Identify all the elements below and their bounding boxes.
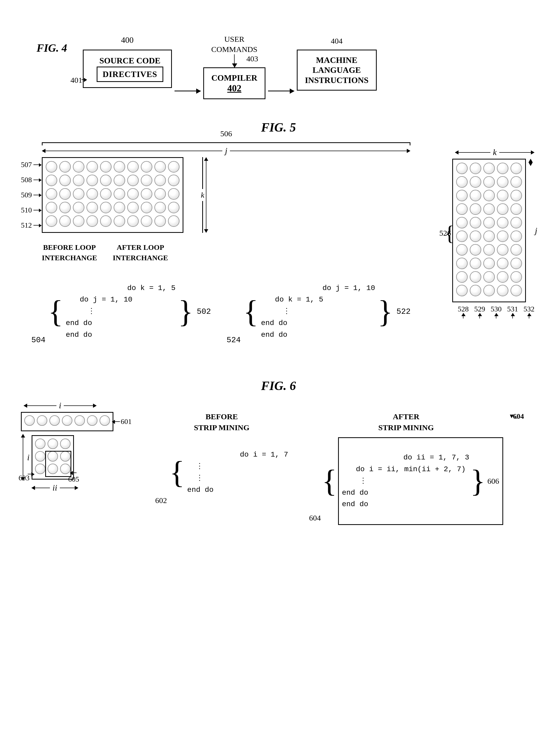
fig5-cell-4-0 <box>46 215 57 227</box>
fig5-right-cell-1-0 <box>456 176 468 188</box>
num-522: 522 <box>396 307 410 316</box>
fig5-cell-2-5 <box>114 188 125 200</box>
fig5-cell-3-9 <box>168 202 179 213</box>
fig5-cell-4-7 <box>141 215 152 227</box>
fig5-right-cell-8-2 <box>483 271 495 283</box>
col-num-531: 531 <box>507 305 518 313</box>
brace-526: { <box>444 225 454 242</box>
fig5-cell-4-6 <box>127 215 139 227</box>
machine-language-box: MACHINE LANGUAGE INSTRUCTIONS <box>297 50 377 91</box>
fig5-cell-1-0 <box>46 175 57 186</box>
fig5-cell-2-0 <box>46 188 57 200</box>
fig5-right-cell-5-3 <box>497 230 508 242</box>
brace-before-left: { <box>48 297 63 326</box>
fig5-right-row-6 <box>456 244 522 256</box>
num-401: 401 <box>70 76 82 85</box>
fig6-main-cell-0-0 <box>35 439 46 449</box>
fig5-right-cell-0-0 <box>456 163 468 174</box>
fig5-right-cell-1-1 <box>470 176 481 188</box>
num-601: 601 <box>121 417 132 426</box>
fig5-right-cell-5-0 <box>456 230 468 242</box>
fig5-right-cell-4-1 <box>470 217 481 228</box>
fig5-right-row-1 <box>456 176 522 188</box>
row-label-510: 510 <box>21 206 41 214</box>
fig5-right-cell-8-0 <box>456 271 468 283</box>
fig5-cell-1-5 <box>114 175 125 186</box>
num-504: 504 <box>31 336 46 345</box>
fig5-right-cell-7-0 <box>456 258 468 269</box>
col-nums-right: 528 529 530 531 532 <box>455 305 537 313</box>
fig5-right-cell-0-3 <box>497 163 508 174</box>
fig5-cell-4-3 <box>86 215 98 227</box>
fig5-right-cell-6-4 <box>510 244 522 256</box>
fig5-cell-4-9 <box>168 215 179 227</box>
compiler-box: COMPILER 402 <box>203 67 265 99</box>
i-top-label: i <box>59 401 61 410</box>
fig5-cell-3-1 <box>59 202 71 213</box>
num-604-top: 604 <box>513 411 524 421</box>
fig5-right-cell-9-2 <box>483 285 495 296</box>
fig5-title: FIG. 5 <box>21 120 536 134</box>
num-502: 502 <box>197 307 211 316</box>
fig5-cell-1-2 <box>73 175 84 186</box>
fig5-right-cell-6-1 <box>470 244 481 256</box>
fig5-cell-4-1 <box>59 215 71 227</box>
brace-after-strip-right: } <box>470 467 486 495</box>
directives-box: DIRECTIVES <box>97 67 163 82</box>
j-label: j <box>225 146 227 156</box>
col-num-532: 532 <box>524 305 534 313</box>
fig5-right-cell-0-2 <box>483 163 495 174</box>
fig5-cell-0-7 <box>141 161 152 172</box>
row-label-509: 509 <box>21 191 41 199</box>
fig5-right-cell-5-4 <box>510 230 522 242</box>
fig5-right-cell-5-2 <box>483 230 495 242</box>
fig5-cell-2-6 <box>127 188 139 200</box>
fig4-num-400: 400 <box>121 35 134 45</box>
after-strip-label: AFTER STRIP MINING 604 <box>309 411 503 433</box>
fig6-left: i 601 <box>21 401 113 493</box>
machine-title-line2: LANGUAGE <box>313 65 361 75</box>
fig5-cell-0-2 <box>73 161 84 172</box>
j-right-label: j <box>535 226 537 235</box>
fig5-cell-0-6 <box>127 161 139 172</box>
fig5-cell-2-9 <box>168 188 179 200</box>
fig5-cell-0-8 <box>154 161 166 172</box>
i-top-line <box>27 405 56 406</box>
fig5-right-cell-7-1 <box>470 258 481 269</box>
fig5-row-1 <box>46 175 179 186</box>
fig6-content: i 601 <box>21 401 536 525</box>
fig6-main-cell-2-0 <box>35 464 46 474</box>
k-top-label: k <box>493 148 497 157</box>
fig5-cell-1-3 <box>86 175 98 186</box>
fig4-container: FIG. 4 400 SOURCE CODE DIRECTIVES <box>36 26 536 99</box>
code-before-strip: do i = 1, 7 ⋮ ⋮ end do <box>187 437 288 507</box>
fig5-cell-2-1 <box>59 188 71 200</box>
fig5-main-grid <box>42 157 183 233</box>
num-603: 603 <box>19 474 30 482</box>
fig5-row-4 <box>46 215 179 227</box>
fig5-row-3 <box>46 202 179 213</box>
fig5-cell-3-0 <box>46 202 57 213</box>
fig5-right-cell-2-1 <box>470 190 481 201</box>
fig5-right-cell-7-2 <box>483 258 495 269</box>
fig6-top-row <box>24 415 110 426</box>
ii-arrow-line2 <box>60 487 75 488</box>
brace-after-left: { <box>243 297 258 326</box>
fig6-top-cell-0 <box>24 415 35 426</box>
fig6-top-row-grid <box>21 412 113 431</box>
row-label-512: 512 <box>21 221 41 229</box>
fig5-row-2 <box>46 188 179 200</box>
fig5-right-cell-6-0 <box>456 244 468 256</box>
fig6-top-cell-1 <box>37 415 47 426</box>
fig5-content: 506 j <box>21 142 536 352</box>
k-top-line2 <box>499 152 531 153</box>
fig5-cell-3-6 <box>127 202 139 213</box>
fig5-right-cell-8-3 <box>497 271 508 283</box>
fig5-cell-1-4 <box>100 175 112 186</box>
fig5-cell-0-4 <box>100 161 112 172</box>
fig5-right-row-7 <box>456 258 522 269</box>
fig6-main-row-0 <box>35 439 70 449</box>
directives-label: DIRECTIVES <box>103 69 157 79</box>
fig5-right-row-5 <box>456 230 522 242</box>
fig5-right-cell-2-4 <box>510 190 522 201</box>
